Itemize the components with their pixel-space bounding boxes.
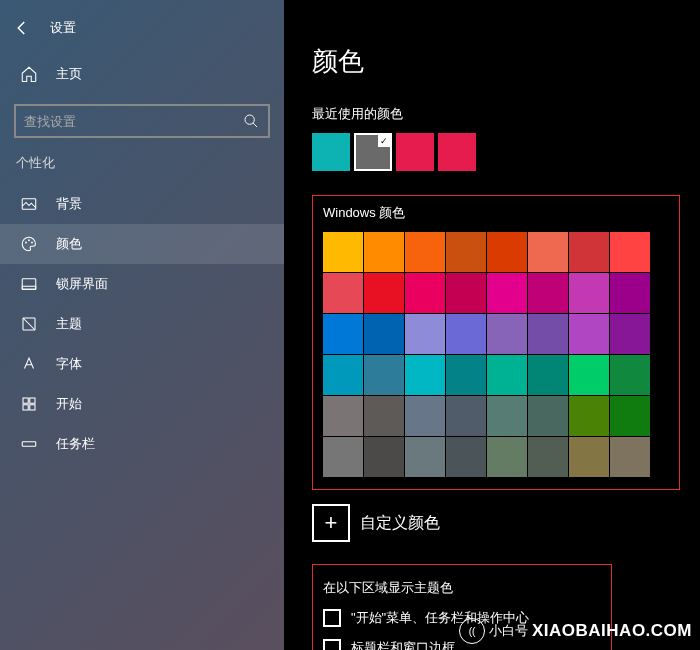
color-swatch[interactable]	[610, 355, 650, 395]
picture-icon	[20, 195, 38, 213]
sidebar-item-colors[interactable]: 颜色	[0, 224, 284, 264]
start-icon	[20, 395, 38, 413]
color-grid	[323, 232, 669, 477]
color-swatch[interactable]	[569, 437, 609, 477]
color-swatch[interactable]	[487, 396, 527, 436]
recent-color-swatch[interactable]	[312, 133, 350, 171]
color-swatch[interactable]	[323, 273, 363, 313]
svg-point-4	[31, 242, 33, 244]
color-swatch[interactable]	[528, 273, 568, 313]
svg-rect-10	[23, 405, 28, 410]
windows-colors-label: Windows 颜色	[323, 204, 669, 222]
watermark-url: XIAOBAIHAO.COM	[532, 621, 692, 641]
font-icon	[20, 355, 38, 373]
color-swatch[interactable]	[569, 232, 609, 272]
svg-rect-8	[23, 398, 28, 403]
color-swatch[interactable]	[487, 355, 527, 395]
color-swatch[interactable]	[528, 396, 568, 436]
color-swatch[interactable]	[323, 232, 363, 272]
page-title: 颜色	[312, 44, 680, 79]
color-swatch[interactable]	[610, 437, 650, 477]
recent-color-swatch[interactable]	[438, 133, 476, 171]
taskbar-icon	[20, 435, 38, 453]
color-swatch[interactable]	[405, 396, 445, 436]
checkbox-start-taskbar[interactable]	[323, 609, 341, 627]
color-swatch[interactable]	[323, 355, 363, 395]
color-swatch[interactable]	[446, 232, 486, 272]
sidebar-item-label: 颜色	[56, 235, 82, 253]
color-swatch[interactable]	[487, 437, 527, 477]
color-swatch[interactable]	[446, 314, 486, 354]
color-swatch[interactable]	[446, 437, 486, 477]
custom-color-button[interactable]: +	[312, 504, 350, 542]
color-swatch[interactable]	[405, 232, 445, 272]
svg-rect-11	[30, 405, 35, 410]
theme-icon	[20, 315, 38, 333]
color-swatch[interactable]	[323, 396, 363, 436]
sidebar-item-label: 锁屏界面	[56, 275, 108, 293]
recent-color-swatch[interactable]	[396, 133, 434, 171]
checkbox-titlebar[interactable]	[323, 639, 341, 650]
color-swatch[interactable]	[487, 232, 527, 272]
palette-icon	[20, 235, 38, 253]
color-swatch[interactable]	[446, 273, 486, 313]
recent-colors-row: ✓	[312, 133, 680, 171]
sidebar-item-lockscreen[interactable]: 锁屏界面	[0, 264, 284, 304]
color-swatch[interactable]	[364, 232, 404, 272]
sidebar-item-background[interactable]: 背景	[0, 184, 284, 224]
color-swatch[interactable]	[405, 437, 445, 477]
color-swatch[interactable]	[487, 273, 527, 313]
color-swatch[interactable]	[446, 396, 486, 436]
svg-rect-5	[22, 279, 36, 290]
color-swatch[interactable]	[569, 396, 609, 436]
color-swatch[interactable]	[446, 355, 486, 395]
color-swatch[interactable]	[610, 273, 650, 313]
recent-color-swatch[interactable]: ✓	[354, 133, 392, 171]
sidebar-item-themes[interactable]: 主题	[0, 304, 284, 344]
color-swatch[interactable]	[405, 273, 445, 313]
color-swatch[interactable]	[323, 437, 363, 477]
color-swatch[interactable]	[610, 232, 650, 272]
home-label: 主页	[56, 65, 82, 83]
color-swatch[interactable]	[610, 314, 650, 354]
svg-point-2	[25, 242, 27, 244]
back-button[interactable]	[10, 16, 34, 40]
search-box[interactable]	[14, 104, 270, 138]
recent-colors-label: 最近使用的颜色	[312, 105, 680, 123]
custom-color-label: 自定义颜色	[360, 513, 440, 534]
watermark-icon: ((	[459, 618, 485, 644]
search-icon	[242, 112, 260, 130]
color-swatch[interactable]	[364, 396, 404, 436]
color-swatch[interactable]	[528, 355, 568, 395]
theme-area-label: 在以下区域显示主题色	[323, 579, 601, 597]
color-swatch[interactable]	[364, 314, 404, 354]
color-swatch[interactable]	[528, 314, 568, 354]
color-swatch[interactable]	[364, 437, 404, 477]
color-swatch[interactable]	[487, 314, 527, 354]
home-link[interactable]: 主页	[0, 54, 284, 94]
svg-rect-9	[30, 398, 35, 403]
sidebar-item-taskbar[interactable]: 任务栏	[0, 424, 284, 464]
color-swatch[interactable]	[405, 355, 445, 395]
svg-point-3	[28, 239, 30, 241]
sidebar-item-label: 背景	[56, 195, 82, 213]
sidebar-item-label: 开始	[56, 395, 82, 413]
windows-colors-section: Windows 颜色	[312, 195, 680, 490]
color-swatch[interactable]	[528, 232, 568, 272]
color-swatch[interactable]	[610, 396, 650, 436]
color-swatch[interactable]	[528, 437, 568, 477]
color-swatch[interactable]	[364, 273, 404, 313]
color-swatch[interactable]	[569, 355, 609, 395]
color-swatch[interactable]	[569, 273, 609, 313]
color-swatch[interactable]	[569, 314, 609, 354]
color-swatch[interactable]	[323, 314, 363, 354]
watermark-text: 小白号	[489, 622, 528, 640]
watermark: (( 小白号 XIAOBAIHAO.COM	[459, 618, 692, 644]
sidebar-item-fonts[interactable]: 字体	[0, 344, 284, 384]
sidebar-item-start[interactable]: 开始	[0, 384, 284, 424]
color-swatch[interactable]	[364, 355, 404, 395]
main-content: 颜色 最近使用的颜色 ✓ Windows 颜色 + 自定义颜色 在以下区域显示主…	[284, 0, 700, 650]
color-swatch[interactable]	[405, 314, 445, 354]
sidebar-item-label: 主题	[56, 315, 82, 333]
search-input[interactable]	[24, 114, 242, 129]
